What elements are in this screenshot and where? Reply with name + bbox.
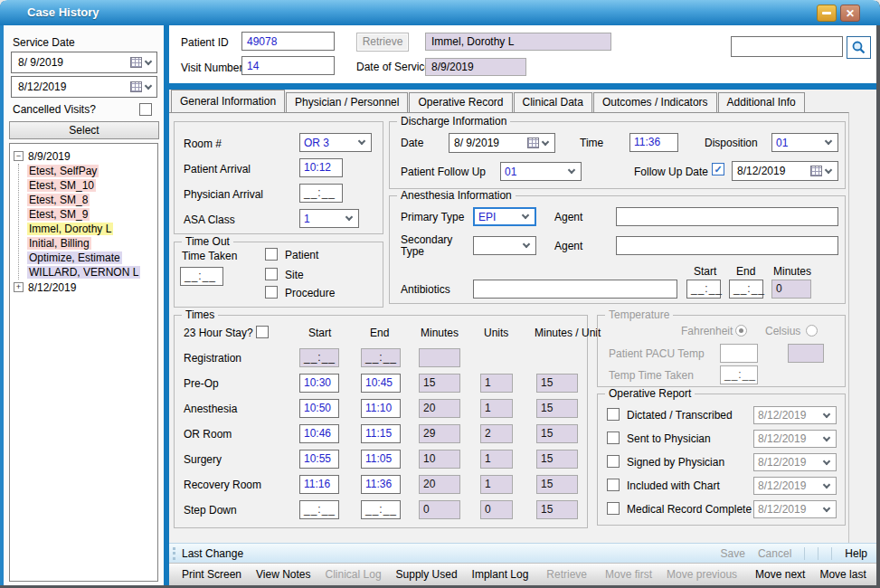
supply-used-button[interactable]: Supply Used — [389, 565, 465, 584]
preop-start[interactable]: 10:30 — [299, 374, 339, 393]
view-notes-button[interactable]: View Notes — [249, 565, 317, 584]
last-change-button[interactable]: Last Change — [182, 547, 243, 560]
tree-item-patient[interactable]: Optimize, Estimate — [27, 251, 156, 265]
print-screen-button[interactable]: Print Screen — [175, 565, 249, 584]
orroom-start[interactable]: 10:46 — [299, 424, 339, 443]
timeout-procedure-checkbox[interactable] — [265, 286, 278, 299]
preop-end[interactable]: 10:45 — [361, 374, 401, 393]
collapse-icon[interactable]: − — [14, 151, 24, 161]
tab-additional-info[interactable]: Additional Info — [718, 92, 805, 112]
calendar-icon[interactable] — [130, 81, 142, 92]
cancel-button: Cancel — [758, 547, 791, 560]
minimize-button[interactable] — [817, 5, 837, 22]
23-hour-stay-checkbox[interactable] — [256, 326, 269, 338]
patient-arrival-field[interactable]: 10:12 — [299, 158, 343, 177]
select-button[interactable]: Select — [9, 121, 159, 139]
signed-checkbox[interactable] — [607, 455, 620, 468]
tree-item-patient[interactable]: Etest, SelfPay — [27, 164, 156, 178]
stepdown-start[interactable]: __:__ — [299, 500, 339, 519]
calendar-icon[interactable] — [130, 57, 142, 68]
visit-number-input[interactable] — [241, 56, 335, 75]
implant-log-button[interactable]: Implant Log — [465, 565, 536, 584]
tree-item-patient[interactable]: WILLARD, VERNON L — [27, 265, 156, 280]
help-button[interactable]: Help — [845, 547, 867, 560]
calendar-icon[interactable] — [810, 166, 822, 176]
anesthesia-start[interactable]: 10:50 — [299, 399, 339, 418]
expand-icon[interactable]: + — [14, 282, 24, 292]
dictated-date-dropdown: 8/12/2019 — [753, 406, 837, 424]
temperature-group: Temperature Fahrenheit Celsius Patient P… — [597, 315, 846, 387]
tree-item-patient[interactable]: Etest, SM_9 — [27, 207, 156, 222]
close-button[interactable]: ✕ — [840, 5, 860, 22]
timeout-procedure-label: Procedure — [285, 287, 335, 299]
stepdown-end[interactable]: __:__ — [361, 500, 401, 519]
recovery-start[interactable]: 11:16 — [299, 475, 339, 494]
retrieve-toolbar-button: Retrieve — [539, 565, 594, 584]
asa-class-dropdown[interactable]: 1 — [299, 209, 359, 228]
surgery-end[interactable]: 11:05 — [361, 450, 401, 469]
orroom-units: 2 — [480, 424, 513, 443]
service-date-label: Service Date — [13, 36, 75, 49]
service-date-sidebar: Service Date 8/ 9/2019 8/12/2019 Cancell… — [4, 25, 164, 585]
dictated-checkbox[interactable] — [607, 408, 620, 421]
chevron-down-icon[interactable] — [542, 138, 549, 145]
timeout-patient-checkbox[interactable] — [265, 248, 278, 261]
tree-group-label[interactable]: 8/12/2019 — [28, 281, 76, 294]
patient-follow-up-dropdown[interactable]: 01 — [500, 162, 582, 181]
signed-label: Signed by Physician — [627, 456, 724, 469]
disposition-dropdown[interactable]: 01 — [771, 133, 838, 152]
search-input[interactable] — [731, 36, 843, 57]
tree-item-patient[interactable]: Initial, Billing — [27, 236, 156, 251]
col-mpu: Minutes / Unit — [535, 327, 601, 339]
service-date-from-picker[interactable]: 8/ 9/2019 — [11, 52, 157, 73]
surgery-mpu: 15 — [536, 450, 578, 469]
discharge-time-label: Time — [580, 137, 603, 149]
orroom-end[interactable]: 11:15 — [361, 424, 401, 443]
antibiotics-start-field[interactable]: __:__ — [686, 280, 721, 299]
discharge-time-field[interactable]: 11:36 — [629, 133, 678, 152]
cancelled-visits-checkbox[interactable] — [139, 103, 152, 116]
tree-item-patient[interactable]: Etest, SM_10 — [27, 178, 156, 193]
record-complete-checkbox[interactable] — [607, 502, 620, 515]
timeout-site-checkbox[interactable] — [265, 268, 278, 280]
follow-up-date-checkbox[interactable]: ✓ — [712, 163, 724, 175]
antibiotics-end-field[interactable]: __:__ — [729, 280, 763, 299]
move-next-button[interactable]: Move next — [748, 565, 812, 584]
physician-arrival-field[interactable]: __:__ — [299, 184, 343, 203]
sent-checkbox[interactable] — [607, 432, 620, 444]
discharge-date-picker[interactable]: 8/ 9/2019 — [449, 133, 555, 153]
included-checkbox[interactable] — [607, 479, 620, 491]
dictated-label: Dictated / Transcribed — [627, 409, 733, 422]
agent1-input[interactable] — [616, 207, 838, 226]
room-dropdown[interactable]: OR 3 — [299, 133, 372, 152]
tree-group-date[interactable]: − 8/9/2019 — [14, 148, 156, 164]
tab-general-information[interactable]: General Information — [171, 90, 285, 112]
primary-type-dropdown[interactable]: EPI — [473, 207, 536, 226]
chevron-down-icon[interactable] — [145, 81, 152, 89]
surgery-start[interactable]: 10:55 — [299, 450, 339, 469]
tree-group-date[interactable]: + 8/12/2019 — [14, 280, 156, 295]
tab-operative-record[interactable]: Operative Record — [409, 92, 512, 112]
patient-id-input[interactable] — [241, 32, 335, 51]
tab-outcomes-indicators[interactable]: Outcomes / Indicators — [593, 92, 717, 112]
agent2-input[interactable] — [616, 236, 838, 255]
chevron-down-icon[interactable] — [145, 57, 152, 64]
tree-item-patient-selected[interactable]: Immel, Dorothy L — [27, 222, 156, 236]
tree-group-label[interactable]: 8/9/2019 — [28, 150, 71, 163]
calendar-icon[interactable] — [527, 138, 539, 148]
recovery-minutes: 20 — [419, 475, 460, 494]
move-last-button[interactable]: Move last — [812, 565, 873, 584]
tab-physician-personnel[interactable]: Physician / Personnel — [286, 92, 408, 112]
recovery-end[interactable]: 11:36 — [361, 475, 401, 494]
anesthesia-end[interactable]: 11:10 — [361, 399, 401, 418]
search-button[interactable] — [847, 36, 871, 59]
tree-item-patient[interactable]: Etest, SM_8 — [27, 193, 156, 207]
antibiotics-input[interactable] — [473, 280, 677, 299]
timeout-site-label: Site — [285, 269, 304, 281]
secondary-type-dropdown[interactable] — [473, 236, 536, 255]
follow-up-date-picker[interactable]: 8/12/2019 — [732, 161, 838, 181]
chevron-down-icon[interactable] — [825, 166, 832, 173]
tab-clinical-data[interactable]: Clinical Data — [514, 92, 592, 112]
time-taken-field[interactable]: __:__ — [180, 267, 223, 286]
service-date-to-picker[interactable]: 8/12/2019 — [11, 76, 157, 98]
